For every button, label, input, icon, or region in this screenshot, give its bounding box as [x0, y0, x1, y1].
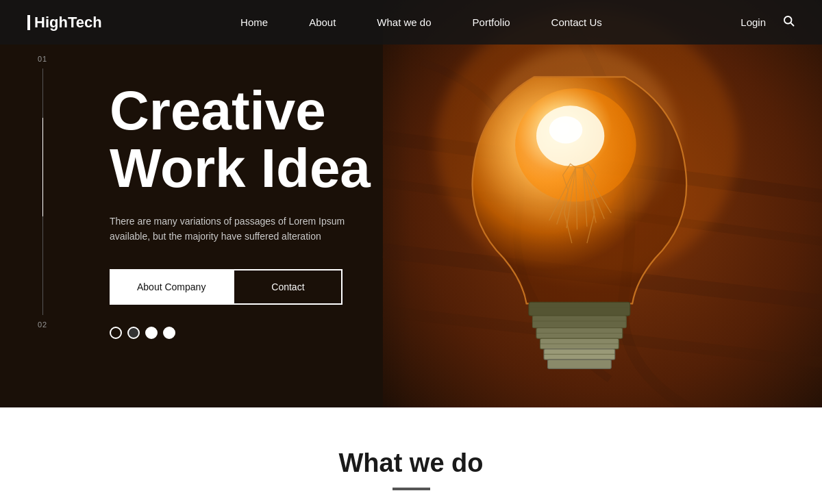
- hero-title: Creative Work Idea: [110, 82, 425, 197]
- nav-item-home[interactable]: Home: [240, 16, 268, 29]
- nav-item-portfolio[interactable]: Portfolio: [473, 16, 510, 29]
- login-link[interactable]: Login: [740, 16, 766, 28]
- what-we-do-section: What we do: [0, 407, 822, 504]
- hero-title-line2: Work Idea: [110, 138, 371, 199]
- svg-rect-28: [548, 360, 612, 368]
- svg-rect-24: [532, 316, 626, 328]
- nav-links: Home About What we do Portfolio Contact …: [240, 16, 602, 29]
- about-company-button[interactable]: About Company: [110, 269, 233, 305]
- hero-subtitle: There are many variations of passages of…: [110, 214, 370, 244]
- search-button[interactable]: [782, 14, 795, 30]
- lightbulb-illustration: [370, 0, 822, 407]
- nav-item-what-we-do[interactable]: What we do: [377, 16, 431, 29]
- brand-logo[interactable]: HighTech: [27, 14, 102, 32]
- nav-link-about[interactable]: About: [309, 16, 336, 28]
- nav-item-about[interactable]: About: [309, 16, 336, 29]
- navbar-right: Login: [740, 14, 795, 30]
- svg-line-1: [790, 23, 793, 25]
- dot-1[interactable]: [110, 327, 122, 339]
- what-we-do-title: What we do: [0, 449, 822, 478]
- hero-content: Creative Work Idea There are many variat…: [0, 0, 425, 339]
- slide-dots: [110, 327, 425, 339]
- nav-link-home[interactable]: Home: [240, 16, 268, 28]
- svg-point-11: [549, 116, 583, 144]
- nav-link-contact[interactable]: Contact Us: [551, 16, 602, 28]
- nav-link-what-we-do[interactable]: What we do: [377, 16, 431, 28]
- dot-4[interactable]: [163, 327, 175, 339]
- svg-rect-23: [529, 302, 630, 316]
- navbar: HighTech Home About What we do Portfolio…: [0, 0, 822, 45]
- hero-buttons: About Company Contact: [110, 269, 425, 305]
- brand-bar: [27, 15, 30, 30]
- contact-button[interactable]: Contact: [233, 269, 342, 305]
- nav-link-portfolio[interactable]: Portfolio: [473, 16, 510, 28]
- brand-name: HighTech: [34, 14, 102, 32]
- hero-section: 01 02 Creative Work Idea There are many …: [0, 0, 822, 407]
- dot-3[interactable]: [145, 327, 158, 339]
- hero-image: [370, 0, 822, 407]
- nav-item-contact[interactable]: Contact Us: [551, 16, 602, 29]
- search-icon: [782, 14, 795, 27]
- hero-title-line1: Creative: [110, 80, 326, 141]
- dot-2[interactable]: [127, 327, 140, 339]
- title-underline: [393, 488, 430, 490]
